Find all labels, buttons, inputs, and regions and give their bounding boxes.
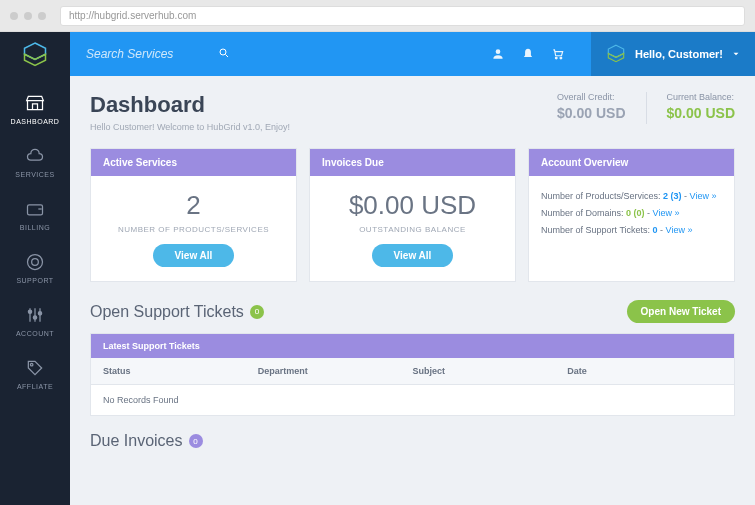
svg-point-7	[220, 49, 226, 55]
ov-tickets-view[interactable]: View »	[666, 225, 693, 235]
sidebar-item-billing[interactable]: BILLING	[0, 188, 70, 241]
credit-label: Overall Credit:	[557, 92, 625, 102]
due-invoices-title: Due Invoices	[90, 432, 183, 450]
outstanding-balance: $0.00 USD	[322, 190, 503, 221]
window-min-dot[interactable]	[24, 12, 32, 20]
svg-point-10	[560, 57, 562, 59]
user-greeting: Hello, Customer!	[635, 48, 723, 60]
url-bar[interactable]: http://hubgrid.serverhub.com	[60, 6, 745, 26]
sidebar: DASHBOARD SERVICES BILLING SUPPORT ACCOU…	[0, 32, 70, 505]
user-icon[interactable]	[491, 47, 505, 61]
outstanding-sub: OUTSTANDING BALANCE	[322, 225, 503, 234]
card-header: Account Overview	[529, 149, 734, 176]
tickets-table-header: Latest Support Tickets	[91, 334, 734, 358]
cart-icon[interactable]	[551, 47, 565, 61]
col-date[interactable]: Date	[567, 366, 722, 376]
sidebar-item-label: AFFLIATE	[17, 383, 53, 390]
browser-chrome: http://hubgrid.serverhub.com	[0, 0, 755, 32]
card-active-services: Active Services 2 NUMBER OF PRODUCTS/SER…	[90, 148, 297, 282]
sliders-icon	[24, 304, 46, 326]
window-max-dot[interactable]	[38, 12, 46, 20]
balance-label: Current Balance:	[667, 92, 735, 102]
ov-tickets-label: Number of Support Tickets:	[541, 225, 650, 235]
svg-point-1	[28, 255, 43, 270]
ov-domains-value: 0 (0)	[626, 208, 645, 218]
app-logo[interactable]	[20, 40, 50, 70]
balance-value: $0.00 USD	[667, 105, 735, 121]
ov-tickets-value: 0	[653, 225, 658, 235]
credit-value: $0.00 USD	[557, 105, 625, 121]
bell-icon[interactable]	[521, 47, 535, 61]
tickets-empty: No Records Found	[91, 385, 734, 415]
user-menu[interactable]: Hello, Customer!	[591, 32, 755, 76]
chevron-down-icon	[731, 45, 741, 63]
view-all-invoices-button[interactable]: View All	[372, 244, 454, 267]
sidebar-item-affiliate[interactable]: AFFLIATE	[0, 347, 70, 400]
sidebar-item-services[interactable]: SERVICES	[0, 135, 70, 188]
svg-point-2	[32, 259, 39, 266]
wallet-icon	[24, 198, 46, 220]
due-invoices-count-badge: 0	[189, 434, 203, 448]
sidebar-item-label: ACCOUNT	[16, 330, 54, 337]
storefront-icon	[24, 92, 46, 114]
sidebar-item-label: SERVICES	[15, 171, 54, 178]
col-status[interactable]: Status	[103, 366, 258, 376]
page-subtitle: Hello Customer! Welcome to HubGrid v1.0,…	[90, 122, 290, 132]
svg-point-3	[28, 310, 31, 313]
tickets-count-badge: 0	[250, 305, 264, 319]
sidebar-item-label: DASHBOARD	[11, 118, 60, 125]
page-title: Dashboard	[90, 92, 290, 118]
sidebar-item-label: BILLING	[20, 224, 50, 231]
col-subject[interactable]: Subject	[413, 366, 568, 376]
card-invoices-due: Invoices Due $0.00 USD OUTSTANDING BALAN…	[309, 148, 516, 282]
active-services-count: 2	[103, 190, 284, 221]
sidebar-item-dashboard[interactable]: DASHBOARD	[0, 82, 70, 135]
lifebuoy-icon	[24, 251, 46, 273]
ov-products-view[interactable]: View »	[690, 191, 717, 201]
svg-point-9	[555, 57, 557, 59]
svg-rect-0	[28, 205, 43, 215]
svg-point-6	[30, 363, 33, 366]
ov-products-label: Number of Products/Services:	[541, 191, 661, 201]
tickets-table: Latest Support Tickets Status Department…	[90, 333, 735, 416]
svg-point-4	[33, 316, 36, 319]
ov-domains-label: Number of Domains:	[541, 208, 624, 218]
tickets-section-title: Open Support Tickets	[90, 303, 244, 321]
ov-products-value: 2 (3)	[663, 191, 682, 201]
search-icon[interactable]	[218, 45, 230, 63]
topbar: Hello, Customer!	[70, 32, 755, 76]
view-all-services-button[interactable]: View All	[153, 244, 235, 267]
search-input[interactable]	[86, 47, 206, 61]
svg-point-8	[496, 49, 501, 54]
card-account-overview: Account Overview Number of Products/Serv…	[528, 148, 735, 282]
card-header: Active Services	[91, 149, 296, 176]
window-close-dot[interactable]	[10, 12, 18, 20]
sidebar-item-account[interactable]: ACCOUNT	[0, 294, 70, 347]
col-department[interactable]: Department	[258, 366, 413, 376]
sidebar-item-support[interactable]: SUPPORT	[0, 241, 70, 294]
cloud-icon	[24, 145, 46, 167]
svg-point-5	[38, 312, 41, 315]
tag-icon	[24, 357, 46, 379]
avatar-logo-icon	[605, 43, 627, 65]
ov-domains-view[interactable]: View »	[653, 208, 680, 218]
open-new-ticket-button[interactable]: Open New Ticket	[627, 300, 735, 323]
divider	[646, 92, 647, 124]
card-header: Invoices Due	[310, 149, 515, 176]
sidebar-item-label: SUPPORT	[16, 277, 53, 284]
active-services-sub: NUMBER OF PRODUCTS/SERVICES	[103, 225, 284, 234]
